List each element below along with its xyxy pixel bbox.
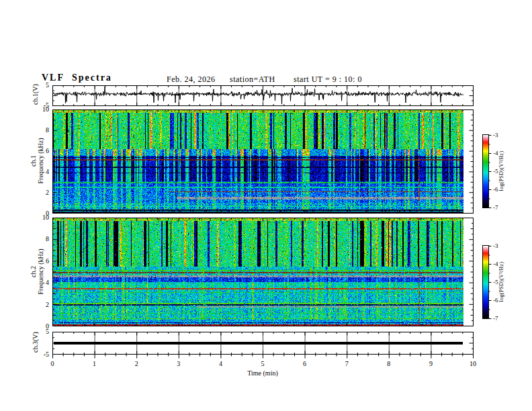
spec1-y-tick-label: 4 xyxy=(32,168,49,176)
colorbar-2-tick-label: -4 xyxy=(493,260,498,268)
colorbar-1-tick-label: -7 xyxy=(493,203,498,212)
x-tick-label: 2 xyxy=(130,360,143,368)
x-tick-label: 7 xyxy=(340,360,353,368)
x-axis-title: Time (min) xyxy=(229,369,296,377)
spec2-y-tick-label: 4 xyxy=(32,279,49,287)
vlf-spectra-figure: VLF Spectra Feb. 24, 2026 station=ATH st… xyxy=(0,0,532,411)
colorbar-2-tick-label: -6 xyxy=(493,296,498,304)
colorbar-1-tick-label: -6 xyxy=(493,185,498,193)
ch1-waveform-canvas xyxy=(52,85,474,106)
x-tick-label: 3 xyxy=(172,360,185,368)
start-ut-label: start UT = 9 : 10: 0 xyxy=(294,75,362,85)
colorbar-2-tick-label: -5 xyxy=(493,278,498,286)
colorbar-2-title: log(PSD)(V²/Hz) xyxy=(498,215,505,349)
spec1-y-tick-label: 6 xyxy=(32,147,49,155)
x-tick-label: 4 xyxy=(214,360,227,368)
spec1-y-tick-label: 8 xyxy=(32,126,49,134)
colorbar-2-tick-label: -3 xyxy=(493,242,498,250)
page-title: VLF Spectra xyxy=(42,73,112,83)
ch1-volt-tick-label: -5 xyxy=(32,101,49,109)
x-tick-label: 8 xyxy=(382,360,396,368)
x-tick-label: 10 xyxy=(466,360,480,368)
station-label: station=ATH xyxy=(230,75,275,85)
ch3-volt-axis-title: ch.3(V) xyxy=(32,275,39,410)
x-tick-label: 9 xyxy=(424,360,437,368)
colorbar-1-tick-label: -4 xyxy=(493,149,498,157)
spec1-y-tick-label: 2 xyxy=(32,189,49,197)
spec1-y-tick-label: 0 xyxy=(32,210,49,218)
colorbar-2-tick-label: -7 xyxy=(493,314,498,322)
date-label: Feb. 24, 2026 xyxy=(167,75,216,85)
spec2-y-tick-label: 2 xyxy=(32,301,49,309)
spec2-y-tick-label: 6 xyxy=(32,257,49,265)
x-tick-label: 6 xyxy=(298,360,312,368)
colorbar-1 xyxy=(482,134,492,208)
ch1-volt-tick-label: 5 xyxy=(32,81,49,89)
x-tick-label: 0 xyxy=(46,360,59,368)
x-tick-label: 1 xyxy=(88,360,101,368)
ch3-waveform-canvas xyxy=(52,332,474,359)
spec2-y-tick-label: 8 xyxy=(32,235,49,243)
ch3-volt-tick-label: -5 xyxy=(32,351,49,359)
colorbar-2 xyxy=(482,245,492,319)
colorbar-1-tick-label: -3 xyxy=(493,131,498,139)
ch1-spectrogram-canvas xyxy=(52,109,474,214)
ch2-spectrogram-canvas xyxy=(52,218,474,326)
colorbar-1-tick-label: -5 xyxy=(493,167,498,175)
x-tick-label: 5 xyxy=(256,360,269,368)
ch3-volt-tick-label: 5 xyxy=(32,328,49,336)
